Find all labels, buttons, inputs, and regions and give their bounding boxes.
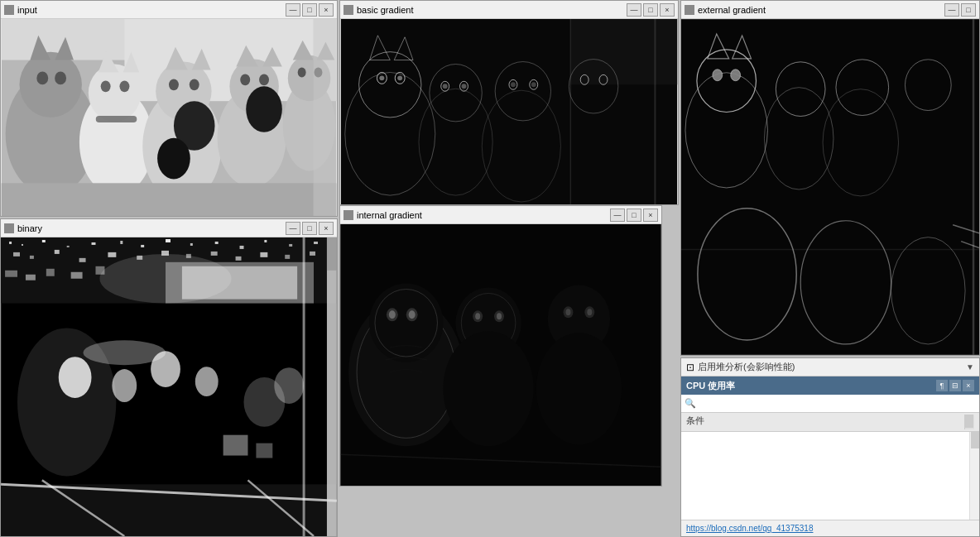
binary-maximize[interactable]: □ [302,222,317,235]
input-window-title: input [17,5,286,15]
basic-gradient-minimize[interactable]: — [627,3,641,17]
svg-rect-97 [240,246,244,249]
svg-point-7 [36,71,48,84]
svg-point-28 [240,74,250,85]
heap-analysis-section: ⊡ 启用堆分析(会影响性能) ▼ [681,358,979,376]
basic-gradient-close[interactable]: × [660,3,675,17]
binary-close[interactable]: × [319,222,334,235]
svg-rect-109 [211,252,218,256]
svg-rect-87 [9,242,12,244]
table-body-scrollbar[interactable] [969,432,979,520]
svg-point-60 [397,75,402,80]
svg-point-153 [475,313,480,319]
svg-point-125 [112,369,137,402]
internal-gradient-content [340,224,661,486]
svg-rect-66 [681,19,979,355]
svg-rect-93 [141,245,144,247]
input-content [1,19,337,216]
input-maximize-button[interactable]: □ [302,3,317,17]
internal-gradient-buttons: — □ × [610,209,658,222]
cpu-table-column-label: 条件 [686,415,964,429]
cpu-table-scrollbar-right[interactable] [964,415,974,429]
cpu-dock-button[interactable]: ⊟ [949,380,961,391]
cpu-search-input[interactable] [699,399,976,409]
svg-point-155 [497,313,502,319]
internal-gradient-minimize[interactable]: — [610,209,625,222]
svg-rect-113 [310,252,315,256]
ide-status-bar: https://blog.csdn.net/qq_41375318 [681,520,979,536]
svg-point-64 [531,82,536,87]
svg-point-14 [120,80,130,92]
basic-gradient-image [340,19,678,204]
input-image [1,19,337,216]
svg-rect-92 [120,241,122,244]
cpu-table: 条件 [681,413,979,520]
svg-point-71 [713,70,723,81]
svg-point-124 [59,357,92,398]
svg-rect-94 [166,239,171,242]
external-gradient-icon [685,5,694,15]
svg-point-4 [20,52,82,117]
svg-rect-95 [190,243,193,246]
basic-gradient-icon [343,5,353,15]
svg-rect-91 [92,242,96,245]
binary-minimize[interactable]: — [286,222,300,235]
svg-rect-104 [79,258,86,262]
heap-analysis-dropdown[interactable]: ▼ [966,362,974,372]
external-gradient-maximize[interactable]: □ [961,3,976,17]
binary-icon [4,223,14,233]
basic-gradient-buttons: — □ × [627,3,675,17]
svg-point-137 [274,367,304,404]
svg-point-62 [462,84,467,89]
svg-rect-96 [215,242,219,244]
basic-gradient-maximize[interactable]: □ [643,3,658,17]
internal-gradient-icon [343,210,353,220]
svg-rect-15 [96,116,137,122]
input-close-button[interactable]: × [319,3,334,17]
svg-rect-54 [570,19,677,84]
binary-buttons: — □ × [286,222,334,235]
svg-rect-118 [46,269,55,276]
svg-point-159 [566,309,571,315]
svg-rect-138 [327,237,337,536]
svg-point-61 [443,84,448,89]
heap-analysis-label-group: ⊡ 启用堆分析(会影响性能) [686,361,795,373]
internal-gradient-title: internal gradient [357,210,610,220]
input-titlebar: input — □ × [1,1,337,19]
cpu-pin-button[interactable]: ¶ [936,380,948,391]
cpu-table-header: 条件 [681,413,979,432]
svg-point-127 [195,367,219,396]
table-body-scrollbar-thumb[interactable] [971,432,979,448]
svg-rect-38 [314,19,337,216]
binary-titlebar: binary — □ × [1,219,337,237]
input-minimize-button[interactable]: — [286,3,300,17]
external-gradient-minimize[interactable]: — [944,3,959,17]
svg-point-30 [246,86,282,132]
basic-gradient-window: basic gradient — □ × [339,0,679,205]
svg-point-21 [190,79,199,90]
svg-point-146 [389,310,396,319]
cpu-label: CPU 使用率 [686,380,735,392]
svg-rect-98 [264,240,267,242]
cpu-close-button[interactable]: × [963,380,974,391]
internal-gradient-maximize[interactable]: □ [627,209,641,222]
internal-gradient-close[interactable]: × [643,209,658,222]
svg-rect-117 [26,275,36,280]
binary-image [1,237,337,536]
svg-point-35 [298,68,306,78]
external-gradient-buttons: — □ [944,3,976,17]
cpu-header-buttons: ¶ ⊟ × [936,380,974,391]
cpu-search-bar: 🔍 [681,395,979,413]
scrollbar-thumb-right[interactable] [965,415,973,428]
svg-rect-89 [42,240,46,242]
svg-point-121 [99,254,231,304]
ide-panel-window: ⊡ 启用堆分析(会影响性能) ▼ CPU 使用率 ¶ ⊟ × 🔍 条件 [680,357,980,537]
svg-rect-116 [5,271,17,277]
binary-content [1,237,337,536]
external-gradient-content [681,19,979,355]
ide-status-url: https://blog.csdn.net/qq_41375318 [686,524,813,533]
cpu-table-body [681,432,979,520]
ide-panel: ⊡ 启用堆分析(会影响性能) ▼ CPU 使用率 ¶ ⊟ × 🔍 条件 [681,358,979,536]
svg-point-143 [369,284,443,362]
svg-point-20 [169,79,179,90]
